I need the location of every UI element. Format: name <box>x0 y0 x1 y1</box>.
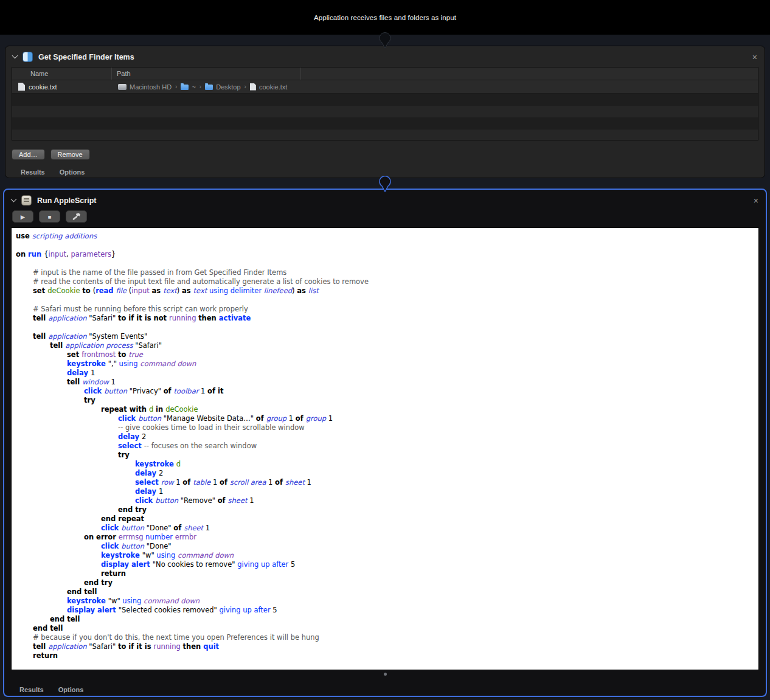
code-line: tell application "Safari" to if it is ru… <box>12 642 758 651</box>
code-line: set deCookie to (read file (input as tex… <box>12 286 758 296</box>
code-line: keystroke d <box>12 460 758 469</box>
code-line: return <box>12 651 758 660</box>
table-header: Name Path <box>12 68 758 80</box>
code-line: select row 1 of table 1 of scroll area 1… <box>12 478 758 487</box>
code-line: display alert "Selected cookies removed"… <box>12 606 758 615</box>
applescript-toolbar: ▶ ■ <box>12 210 766 223</box>
table-row-empty <box>12 106 758 118</box>
column-header-name: Name <box>12 68 112 80</box>
code-line: # Safari must be running before this scr… <box>12 305 758 314</box>
code-line: end tell <box>12 587 758 597</box>
code-line: select -- focuses on the search window <box>12 442 758 451</box>
close-action-icon[interactable]: × <box>754 196 758 205</box>
code-line: keystroke "w" using command down <box>12 597 758 606</box>
code-line: # because if you don't do this, the next… <box>12 633 758 642</box>
code-line: try <box>12 396 758 405</box>
compile-script-button[interactable] <box>66 210 87 223</box>
code-resize-strip <box>4 670 766 677</box>
breadcrumb-label: ~ <box>192 83 195 91</box>
breadcrumb-label: Macintosh HD <box>130 83 172 91</box>
code-line: set frontmost to true <box>12 350 758 359</box>
code-line: tell application process "Safari" <box>12 341 758 350</box>
code-line <box>12 241 758 250</box>
code-line: return <box>12 569 758 578</box>
code-line: click button "Privacy" of toolbar 1 of i… <box>12 387 758 396</box>
code-line <box>12 323 758 332</box>
action-get-specified-finder-items: Get Specified Finder Items × Name Path c… <box>5 46 765 178</box>
code-line: use scripting additions <box>12 232 758 241</box>
automator-workflow-canvas: Application receives files and folders a… <box>0 0 770 700</box>
code-line: click button "Remove" of sheet 1 <box>12 496 758 505</box>
table-actions: Add… Remove <box>12 149 765 160</box>
code-line: delay 2 <box>12 469 758 478</box>
disclosure-chevron-icon[interactable] <box>11 196 17 203</box>
code-line: # read the contents of the input text fi… <box>12 277 758 286</box>
run-script-button[interactable]: ▶ <box>12 210 33 223</box>
results-toggle[interactable]: Results <box>19 686 44 693</box>
table-row[interactable]: cookie.txtMacintosh HD›~›Desktop›cookie.… <box>12 80 758 94</box>
resize-handle[interactable] <box>384 673 387 676</box>
code-line: end tell <box>12 624 758 633</box>
code-line: keystroke "," using command down <box>12 359 758 369</box>
finder-items-table-body: cookie.txtMacintosh HD›~›Desktop›cookie.… <box>12 80 758 140</box>
close-action-icon[interactable]: × <box>752 53 757 61</box>
play-icon: ▶ <box>21 213 25 220</box>
results-toggle[interactable]: Results <box>21 168 45 176</box>
document-icon <box>18 83 25 91</box>
folder-icon <box>205 85 213 90</box>
disk-icon <box>118 84 127 90</box>
breadcrumb-separator-icon: › <box>175 83 177 90</box>
code-line: try <box>12 451 758 460</box>
breadcrumb-label: cookie.txt <box>259 83 287 91</box>
add-button[interactable]: Add… <box>12 149 45 160</box>
code-line: on error errmsg number errnbr <box>12 533 758 542</box>
code-line: on run {input, parameters} <box>12 250 758 259</box>
code-line: click button "Done" <box>12 542 758 551</box>
column-header-path: Path <box>112 68 301 80</box>
code-line: tell application "System Events" <box>12 332 758 341</box>
action-title: Get Specified Finder Items <box>38 53 134 61</box>
code-line: keystroke "w" using command down <box>12 551 758 560</box>
action-run-applescript: Run AppleScript × ▶ ■ use scripting addi… <box>3 189 767 697</box>
applescript-icon <box>21 195 32 206</box>
workflow-gap <box>0 35 770 46</box>
item-name: cookie.txt <box>29 83 57 91</box>
code-line: click button "Done" of sheet 1 <box>12 524 758 533</box>
code-line: # input is the name of the file passed i… <box>12 268 758 277</box>
input-banner-text: Application receives files and folders a… <box>314 14 456 21</box>
code-line: delay 2 <box>12 432 758 442</box>
table-row-empty <box>12 117 758 130</box>
table-row-empty <box>12 130 758 141</box>
action-header[interactable]: Run AppleScript × <box>4 190 766 208</box>
code-line: tell application "Safari" to if it is no… <box>12 314 758 323</box>
item-name-cell: cookie.txt <box>12 83 112 91</box>
code-line: display alert "No cookies to remove" giv… <box>12 560 758 569</box>
action-header[interactable]: Get Specified Finder Items × <box>5 46 765 64</box>
code-line: end repeat <box>12 515 758 524</box>
code-line: delay 1 <box>12 369 758 378</box>
finder-items-table: Name Path cookie.txtMacintosh HD›~›Deskt… <box>12 67 758 140</box>
applescript-code[interactable]: use scripting additions on run {input, p… <box>11 227 759 670</box>
item-path-breadcrumb: Macintosh HD›~›Desktop›cookie.txt <box>112 83 287 91</box>
stop-script-button[interactable]: ■ <box>39 210 60 223</box>
action-footer: Results Options <box>19 686 766 693</box>
code-line: tell window 1 <box>12 378 758 387</box>
options-toggle[interactable]: Options <box>58 686 84 693</box>
finder-items-icon <box>23 52 33 62</box>
code-line: end try <box>12 578 758 587</box>
remove-button[interactable]: Remove <box>50 149 90 160</box>
breadcrumb-separator-icon: › <box>245 83 246 90</box>
code-line: delay 1 <box>12 487 758 496</box>
breadcrumb-label: Desktop <box>216 83 240 91</box>
code-line <box>12 660 758 670</box>
hammer-icon <box>72 213 81 221</box>
workflow-gap <box>0 178 770 189</box>
disclosure-chevron-icon[interactable] <box>12 53 18 59</box>
options-toggle[interactable]: Options <box>60 168 85 176</box>
code-line: -- give cookies time to load in their sc… <box>12 423 758 432</box>
code-line: end tell <box>12 615 758 624</box>
action-title: Run AppleScript <box>37 196 96 205</box>
code-line: repeat with d in deCookie <box>12 405 758 414</box>
workflow-input-banner: Application receives files and folders a… <box>0 0 770 35</box>
table-row-empty <box>12 94 758 106</box>
